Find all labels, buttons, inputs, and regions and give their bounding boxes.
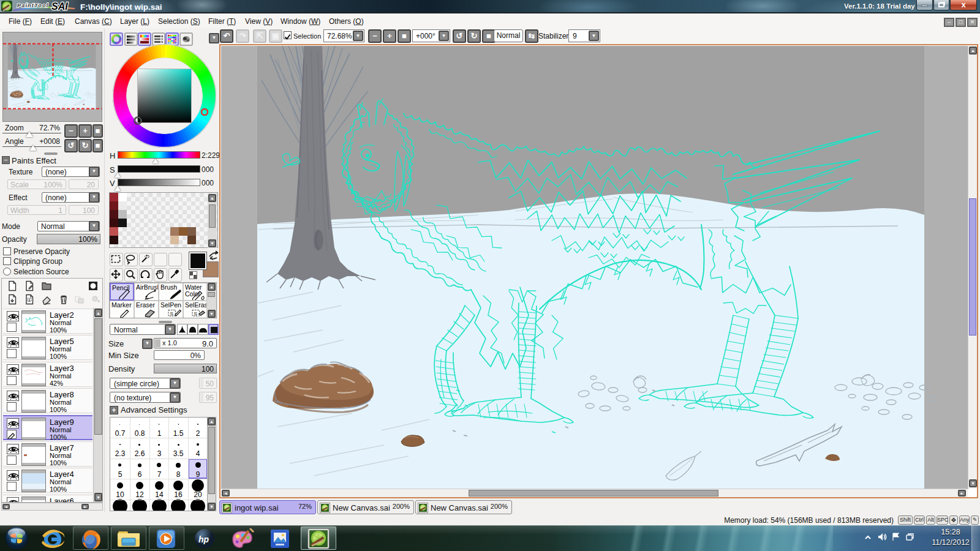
svg-text:S: S	[170, 311, 174, 317]
svg-text:PaintTool: PaintTool	[17, 2, 48, 9]
svg-text:hp: hp	[198, 534, 209, 544]
svg-text:S: S	[194, 311, 198, 317]
svg-text:SAI: SAI	[51, 1, 68, 12]
